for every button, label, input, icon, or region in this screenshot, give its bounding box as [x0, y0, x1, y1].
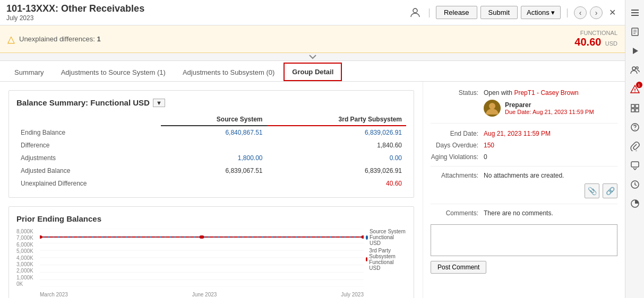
preparer-row: Preparer Due Date: Aug 21, 2023 11:59 PM — [484, 100, 617, 117]
sidebar-chat-icon[interactable] — [626, 157, 643, 174]
y-label: 3,000K — [16, 261, 39, 267]
comments-row: Comments: There are no comments. — [431, 209, 617, 217]
header-left: 101-13XXX: Other Receivables July 2023 — [6, 3, 144, 22]
end-date-label: End Date: — [431, 130, 484, 137]
svg-point-14 — [199, 235, 204, 239]
sidebar-clock-icon[interactable] — [626, 176, 643, 193]
aging-violations-value: 0 — [484, 153, 617, 161]
y-label: 6,000K — [16, 242, 39, 248]
legend-item: 3rd Party Subsystem Functional USD — [366, 248, 406, 271]
row-source — [161, 139, 267, 152]
y-label: 4,000K — [16, 255, 39, 261]
next-button[interactable]: › — [590, 6, 603, 19]
y-label: 8,000K — [16, 229, 39, 234]
warning-bar: △ Unexplained differences: 1 FUNCTIONAL … — [0, 25, 625, 53]
svg-rect-36 — [631, 162, 639, 167]
tab-summary[interactable]: Summary — [6, 64, 52, 81]
collapse-bar[interactable] — [0, 53, 625, 61]
comment-input[interactable] — [431, 224, 617, 256]
comments-section: Comments: There are no comments. Post Co… — [431, 209, 617, 274]
preparer-due: Due Date: Aug 21, 2023 11:59 PM — [505, 109, 594, 115]
warning-left: △ Unexplained differences: 1 — [7, 33, 101, 45]
sidebar-grid-icon[interactable] — [626, 100, 643, 117]
svg-rect-31 — [636, 104, 639, 108]
left-panel: Balance Summary: Functional USD ▼ Source… — [0, 82, 423, 298]
row-label: Unexplained Difference — [16, 177, 161, 190]
separator-1: | — [428, 7, 431, 18]
y-label: 1,000K — [16, 275, 39, 281]
chart-area — [40, 229, 364, 287]
sidebar-list-icon[interactable] — [626, 4, 643, 21]
svg-rect-17 — [631, 10, 639, 11]
separator-2: | — [566, 7, 569, 18]
comments-text: There are no comments. — [484, 209, 617, 217]
tab-adjustments-source[interactable]: Adjustments to Source System (1) — [53, 64, 174, 81]
row-subsystem: 1,840.60 — [267, 139, 406, 152]
submit-button[interactable]: Submit — [480, 6, 518, 19]
functional-value: 40.60 — [574, 36, 601, 48]
chart-container: 8,000K7,000K6,000K5,000K4,000K3,000K2,00… — [16, 229, 406, 297]
svg-rect-18 — [631, 12, 639, 13]
row-source: 6,839,067.51 — [161, 164, 267, 177]
attach-link-button[interactable]: 🔗 — [603, 183, 617, 198]
prev-button[interactable]: ‹ — [574, 6, 587, 19]
svg-rect-33 — [636, 109, 639, 112]
x-label: March 2023 — [40, 292, 68, 297]
svg-point-26 — [636, 67, 638, 69]
svg-point-16 — [489, 103, 495, 109]
sidebar-play-icon[interactable] — [626, 42, 643, 59]
y-label: 2,000K — [16, 268, 39, 274]
sidebar-question-icon[interactable] — [626, 119, 643, 136]
tab-group-detail[interactable]: Group Detail — [284, 63, 342, 81]
sidebar-warning-icon[interactable]: 1 — [626, 81, 643, 98]
balance-table-row: Adjustments 1,800.00 0.00 — [16, 152, 406, 164]
chart-legend: Source System Functional USD3rd Party Su… — [366, 229, 406, 273]
functional-label: FUNCTIONAL — [574, 30, 617, 36]
sidebar-clip-icon[interactable] — [626, 138, 643, 155]
user-icon — [408, 5, 423, 20]
status-label: Status: — [431, 89, 484, 97]
attach-file-button[interactable]: 📎 — [585, 183, 599, 198]
warning-text: Unexplained differences: 1 — [19, 35, 101, 43]
row-label: Ending Balance — [16, 126, 161, 139]
right-sidebar: 1 — [625, 0, 644, 298]
right-panel: Status: Open with PrepT1 - Casey Brown P… — [423, 82, 625, 298]
post-comment-button[interactable]: Post Comment — [431, 261, 486, 274]
svg-rect-32 — [631, 109, 634, 112]
legend-dot — [366, 257, 367, 261]
svg-point-25 — [632, 67, 636, 70]
chart-title: Prior Ending Balances — [16, 214, 406, 223]
status-row: Status: Open with PrepT1 - Casey Brown P… — [431, 89, 617, 124]
release-button[interactable]: Release — [436, 6, 477, 19]
end-date-row: End Date: Aug 21, 2023 11:59 PM — [431, 130, 617, 137]
x-label: July 2023 — [341, 292, 364, 297]
aging-violations-row: Aging Violations: 0 — [431, 153, 617, 166]
chart-y-labels: 8,000K7,000K6,000K5,000K4,000K3,000K2,00… — [16, 229, 39, 287]
close-button[interactable]: ✕ — [606, 6, 619, 19]
legend-item: Source System Functional USD — [366, 229, 406, 246]
comments-label: Comments: — [431, 209, 484, 217]
sidebar-pie-icon[interactable] — [626, 195, 643, 212]
balance-dropdown[interactable]: ▼ — [153, 99, 165, 107]
row-source: 6,840,867.51 — [161, 126, 267, 139]
end-date-value: Aug 21, 2023 11:59 PM — [484, 130, 617, 137]
sidebar-doc-icon[interactable] — [626, 23, 643, 40]
functional-currency: USD — [605, 40, 617, 47]
actions-button[interactable]: Actions ▾ — [521, 6, 561, 19]
header: 101-13XXX: Other Receivables July 2023 |… — [0, 0, 625, 25]
chart-section: Prior Ending Balances 8,000K7,000K6,000K… — [8, 206, 414, 298]
days-overdue-label: Days Overdue: — [431, 142, 484, 149]
balance-table-row: Adjusted Balance 6,839,067.51 6,839,026.… — [16, 164, 406, 177]
tab-adjustments-subsystem[interactable]: Adjustments to Subsystem (0) — [175, 64, 282, 81]
status-link[interactable]: PrepT1 - Casey Brown — [514, 89, 578, 97]
header-right: | Release Submit Actions ▾ | ‹ › ✕ — [408, 5, 619, 20]
days-overdue-value: 150 — [484, 142, 617, 149]
status-value: Open with PrepT1 - Casey Brown Preparer … — [484, 89, 617, 117]
chart-x-labels: March 2023June 2023July 2023 — [40, 292, 364, 297]
sidebar-people-icon[interactable] — [626, 62, 643, 78]
attach-icons: 📎 🔗 — [431, 183, 617, 198]
attachments-section: Attachments: No attachments are created.… — [431, 172, 617, 204]
balance-table-row: Unexplained Difference 40.60 — [16, 177, 406, 190]
row-source: 1,800.00 — [161, 152, 267, 164]
row-source — [161, 177, 267, 190]
